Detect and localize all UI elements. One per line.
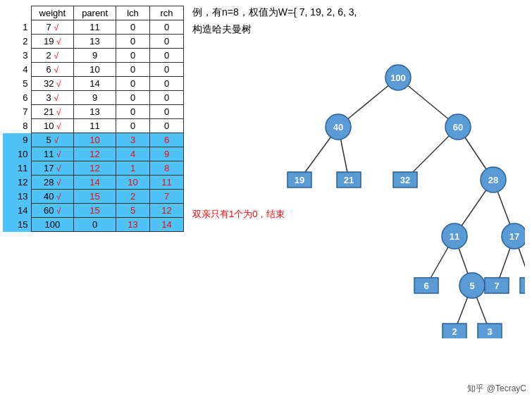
table-cell-parent: 13 xyxy=(74,35,116,49)
table-cell-rch: 0 xyxy=(149,35,183,49)
tree-node-label: 5 xyxy=(469,281,474,291)
tree-node-label: 32 xyxy=(400,175,410,185)
tree-node: 100 xyxy=(385,65,411,90)
table-cell-lch: 0 xyxy=(116,49,150,63)
table-row-num: 10 xyxy=(3,147,31,161)
table-cell-parent: 9 xyxy=(74,49,116,63)
tree-node-label: 100 xyxy=(390,73,406,83)
table-cell-lch: 3 xyxy=(116,133,150,147)
table-cell-weight: 28 √ xyxy=(31,176,74,190)
table-cell-lch: 0 xyxy=(116,77,150,91)
tree-node-label: 6 xyxy=(423,281,428,291)
tree-node: 19 xyxy=(287,172,311,188)
tree-node: 7 xyxy=(485,278,509,293)
table-row-num: 15 xyxy=(3,218,31,232)
table-cell-parent: 14 xyxy=(74,77,116,91)
table-row-num: 3 xyxy=(3,49,31,63)
tree-node-label: 60 xyxy=(453,122,463,133)
tree-node-label: 40 xyxy=(333,122,343,133)
table-cell-rch: 8 xyxy=(149,161,183,176)
table-row-num: 6 xyxy=(3,91,31,105)
table-cell-weight: 5 √ xyxy=(31,133,74,147)
title-line2: 构造哈夫曼树 xyxy=(192,23,252,35)
right-panel: 例，有n=8，权值为W={ 7, 19, 2, 6, 3, 构造哈夫曼树 100… xyxy=(187,0,532,399)
table-cell-lch: 0 xyxy=(116,105,150,119)
table-cell-rch: 14 xyxy=(149,218,183,232)
tree-node: 17 xyxy=(502,223,525,249)
table-panel: weight parent lch rch 17 √1100219 √13003… xyxy=(0,0,187,399)
table-cell-weight: 60 √ xyxy=(31,204,74,218)
table-cell-rch: 0 xyxy=(149,119,183,133)
table-row-num: 2 xyxy=(3,35,31,49)
table-cell-rch: 0 xyxy=(149,77,183,91)
tree-node: 6 xyxy=(414,278,438,293)
tree-node: 32 xyxy=(393,172,417,188)
table-cell-lch: 10 xyxy=(116,176,150,190)
table-row-num: 9 xyxy=(3,133,31,147)
col-parent: parent xyxy=(74,6,116,20)
tree-node: 60 xyxy=(445,114,471,140)
example-title: 例，有n=8，权值为W={ 7, 19, 2, 6, 3, xyxy=(192,6,526,20)
table-cell-weight: 7 √ xyxy=(31,20,74,35)
title-line1: 例，有n=8，权值为W={ 7, 19, 2, 6, 3, xyxy=(192,6,357,18)
tree-node: 11 xyxy=(442,223,467,249)
tree-node: 40 xyxy=(326,114,351,140)
tree-node: 3 xyxy=(478,324,502,338)
table-cell-weight: 21 √ xyxy=(31,105,74,119)
tree-node-label: 2 xyxy=(452,326,457,337)
table-cell-rch: 0 xyxy=(149,20,183,35)
table-cell-parent: 14 xyxy=(74,176,116,190)
table-cell-parent: 12 xyxy=(74,161,116,176)
table-cell-lch: 13 xyxy=(116,218,150,232)
tree-node-label: 11 xyxy=(450,231,459,242)
table-cell-weight: 10 √ xyxy=(31,119,74,133)
tree-node-label: 28 xyxy=(488,175,498,185)
table-cell-parent: 13 xyxy=(74,105,116,119)
table-cell-lch: 1 xyxy=(116,161,150,176)
table-row-num: 14 xyxy=(3,204,31,218)
table-cell-weight: 17 √ xyxy=(31,161,74,176)
empty-header xyxy=(3,6,31,20)
svg-rect-12 xyxy=(520,278,525,293)
table-cell-lch: 0 xyxy=(116,63,150,77)
table-row-num: 8 xyxy=(3,119,31,133)
table-cell-parent: 10 xyxy=(74,63,116,77)
note-text: 双亲只有1个为0，结束 xyxy=(192,208,285,221)
table-cell-lch: 0 xyxy=(116,35,150,49)
table-cell-parent: 11 xyxy=(74,20,116,35)
tree-node-label: 17 xyxy=(509,231,519,242)
huffman-table: weight parent lch rch 17 √1100219 √13003… xyxy=(3,6,184,232)
table-cell-lch: 0 xyxy=(116,91,150,105)
table-row-num: 11 xyxy=(3,161,31,176)
huffman-tree-svg: 10040601921322811176571023 xyxy=(201,35,525,338)
table-cell-lch: 0 xyxy=(116,119,150,133)
table-cell-weight: 11 √ xyxy=(31,147,74,161)
tree-node-label: 7 xyxy=(494,281,499,291)
table-cell-weight: 2 √ xyxy=(31,49,74,63)
table-cell-parent: 0 xyxy=(74,218,116,232)
tree-node-label: 21 xyxy=(344,175,354,185)
table-cell-rch: 7 xyxy=(149,190,183,204)
tree-node: 2 xyxy=(443,324,466,338)
table-cell-weight: 40 √ xyxy=(31,190,74,204)
table-cell-weight: 6 √ xyxy=(31,63,74,77)
table-cell-parent: 9 xyxy=(74,91,116,105)
table-row-num: 1 xyxy=(3,20,31,35)
table-cell-parent: 12 xyxy=(74,147,116,161)
tree-node-label: 3 xyxy=(487,326,492,337)
tree-node: 5 xyxy=(459,273,485,298)
table-cell-parent: 10 xyxy=(74,133,116,147)
table-cell-rch: 12 xyxy=(149,204,183,218)
table-cell-rch: 9 xyxy=(149,147,183,161)
col-weight: weight xyxy=(31,6,74,20)
table-cell-weight: 100 xyxy=(31,218,74,232)
col-lch: lch xyxy=(116,6,150,20)
table-cell-weight: 32 √ xyxy=(31,77,74,91)
watermark: 知乎 @TecrayC xyxy=(467,383,526,395)
table-cell-parent: 15 xyxy=(74,190,116,204)
table-cell-lch: 2 xyxy=(116,190,150,204)
tree-node: 10 xyxy=(520,278,525,293)
table-cell-rch: 0 xyxy=(149,63,183,77)
table-cell-lch: 0 xyxy=(116,20,150,35)
example-title2: 构造哈夫曼树 xyxy=(192,23,526,37)
